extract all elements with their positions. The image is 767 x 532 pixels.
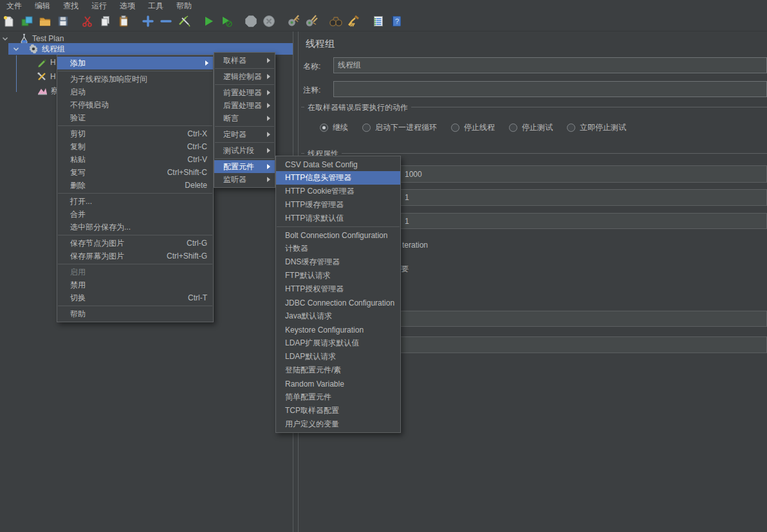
start-icon[interactable] (200, 13, 217, 30)
clear-search-icon[interactable] (346, 13, 362, 30)
remove-icon[interactable] (158, 13, 174, 30)
radio-icon (362, 124, 371, 132)
menu-item[interactable]: HTTP信息头管理器 (276, 171, 400, 185)
menu-item[interactable]: 为子线程添加响应时间 (57, 73, 213, 86)
chevron-down-icon[interactable] (13, 47, 19, 51)
menu-item[interactable]: 启动 (57, 86, 213, 98)
menu-item[interactable]: 添加 (57, 57, 213, 69)
save-icon[interactable] (55, 13, 71, 30)
delay-create-checkbox-label-fragment: 要 (401, 264, 409, 275)
menu-item[interactable]: Keystore Configuration (276, 323, 400, 336)
menubar-item[interactable]: 编辑 (28, 0, 57, 12)
menu-item[interactable]: 简单配置元件 (276, 390, 400, 404)
menu-separator (277, 226, 400, 227)
clear-icon[interactable] (285, 13, 302, 30)
menu-item[interactable]: 配置元件 (214, 160, 275, 173)
menu-item[interactable]: 测试片段 (214, 144, 275, 157)
menu-item[interactable]: DNS缓存管理器 (276, 255, 400, 269)
toggle-icon[interactable] (176, 13, 192, 30)
add-icon[interactable] (140, 13, 156, 30)
menu-item[interactable]: 保存节点为图片Ctrl-G (57, 237, 213, 250)
menubar-item[interactable]: 查找 (57, 0, 85, 12)
menu-item[interactable]: 前置处理器 (214, 86, 275, 99)
menu-item[interactable]: 删除Delete (57, 179, 213, 192)
menu-item[interactable]: Random Variable (276, 377, 400, 390)
function-helper-icon[interactable] (370, 13, 387, 30)
open-file-icon[interactable] (37, 13, 53, 30)
menubar-item[interactable]: 选项 (113, 0, 142, 12)
loops-input[interactable] (400, 213, 767, 229)
menu-item[interactable]: 不停顿启动 (57, 98, 213, 111)
new-file-icon[interactable] (1, 13, 17, 30)
duration-input[interactable] (400, 311, 767, 327)
menu-item[interactable]: HTTP Cookie管理器 (276, 185, 400, 198)
menu-item[interactable]: HTTP缓存管理器 (276, 198, 400, 212)
radio-option[interactable]: 启动下一进程循环 (362, 122, 437, 133)
menubar-item[interactable]: 帮助 (170, 0, 198, 12)
menu-item[interactable]: 计数器 (276, 242, 400, 255)
radio-option[interactable]: 停止线程 (451, 122, 495, 133)
menu-item[interactable]: 合并 (57, 208, 213, 221)
menu-item[interactable]: 打开... (57, 195, 213, 208)
menu-item[interactable]: 保存屏幕为图片Ctrl+Shift-G (57, 250, 213, 262)
menu-item[interactable]: 禁用 (57, 279, 213, 291)
tree-item-results[interactable]: 察 (37, 85, 59, 96)
menu-item[interactable]: 验证 (57, 111, 213, 124)
menu-item[interactable]: 用户定义的变量 (276, 417, 400, 431)
menu-item[interactable]: 断言 (214, 112, 275, 125)
tree-item-thread-group[interactable]: 线程组 (13, 43, 65, 55)
menu-item[interactable]: CSV Data Set Config (276, 158, 400, 171)
menubar-item[interactable]: 运行 (85, 0, 113, 12)
radio-option[interactable]: 继续 (320, 122, 348, 133)
menu-separator (215, 68, 274, 69)
menu-item[interactable]: 选中部分保存为... (57, 221, 213, 234)
menu-item[interactable]: HTTP请求默认值 (276, 212, 400, 225)
menu-item[interactable]: Bolt Connection Configuration (276, 228, 400, 242)
help-icon[interactable]: ? (388, 13, 405, 30)
menu-item[interactable]: 启用 (57, 266, 213, 279)
stop-icon[interactable] (243, 13, 259, 30)
menu-item[interactable]: 剪切Ctrl-X (57, 127, 213, 140)
threads-input[interactable] (400, 165, 767, 183)
menu-item[interactable]: 逻辑控制器 (214, 70, 275, 83)
radio-option[interactable]: 停止测试 (509, 122, 553, 133)
comment-input[interactable] (333, 81, 767, 97)
startup-delay-input[interactable] (400, 336, 767, 353)
copy-icon[interactable] (97, 13, 114, 30)
templates-icon[interactable] (19, 13, 35, 30)
radio-option[interactable]: 立即停止测试 (567, 122, 626, 133)
menu-item[interactable]: TCP取样器配置 (276, 404, 400, 417)
menu-item[interactable]: 复制Ctrl-C (57, 140, 213, 153)
menu-item[interactable]: 登陆配置元件/素 (276, 363, 400, 377)
start-no-pauses-icon[interactable] (218, 13, 235, 30)
menu-item-label: 选中部分保存为... (70, 222, 131, 233)
menu-item[interactable]: 取样器 (214, 54, 275, 67)
menu-item[interactable]: 帮助 (57, 307, 213, 320)
menu-item[interactable]: HTTP授权管理器 (276, 282, 400, 296)
tree-item-header-manager[interactable]: H (37, 71, 56, 82)
menu-item[interactable]: Java默认请求 (276, 309, 400, 323)
menu-item[interactable]: 粘贴Ctrl-V (57, 153, 213, 166)
menu-item[interactable]: 后置处理器 (214, 99, 275, 112)
menu-item[interactable]: 监听器 (214, 173, 275, 186)
name-input[interactable] (333, 57, 767, 73)
menu-item[interactable]: 复写Ctrl+Shift-C (57, 166, 213, 179)
tree-item-http-sampler[interactable]: H (37, 57, 56, 68)
menu-item[interactable]: LDAP扩展请求默认值 (276, 336, 400, 350)
search-icon[interactable] (328, 13, 344, 30)
radio-icon (320, 124, 328, 132)
menu-item[interactable]: FTP默认请求 (276, 269, 400, 282)
menu-item[interactable]: LDAP默认请求 (276, 350, 400, 363)
menu-item-label: TCP取样器配置 (285, 405, 339, 416)
rampup-input[interactable] (400, 189, 767, 206)
menu-item[interactable]: JDBC Connection Configuration (276, 296, 400, 309)
clear-all-icon[interactable] (303, 13, 320, 30)
chevron-down-icon[interactable] (2, 37, 8, 41)
menu-item[interactable]: 切换Ctrl-T (57, 291, 213, 304)
menubar-item[interactable]: 文件 (0, 0, 28, 12)
shutdown-icon[interactable] (261, 13, 277, 30)
menu-item[interactable]: 定时器 (214, 128, 275, 141)
menubar-item[interactable]: 工具 (142, 0, 170, 12)
cut-icon[interactable] (79, 13, 96, 30)
paste-icon[interactable] (115, 13, 132, 30)
